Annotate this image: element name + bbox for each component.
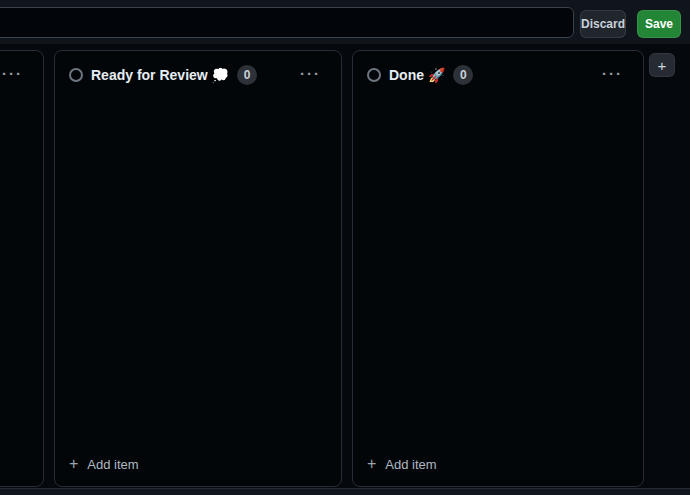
column-title: Done 🚀 [389, 65, 445, 85]
column-body [55, 93, 341, 450]
add-item-button[interactable]: + Add item [359, 450, 637, 478]
project-board: ··· Ready for Review 💭 0 ··· + Add item … [0, 44, 690, 488]
discard-button[interactable]: Discard [580, 10, 626, 38]
column-body [0, 93, 43, 486]
view-name-input[interactable] [0, 7, 574, 38]
add-item-label: Add item [385, 457, 436, 472]
option-circle-icon [367, 68, 381, 82]
plus-icon: + [367, 456, 376, 472]
add-item-label: Add item [87, 457, 138, 472]
column-menu-button[interactable]: ··· [300, 65, 321, 85]
column-ready-for-review: Ready for Review 💭 0 ··· + Add item [54, 50, 342, 487]
unsaved-changes-bar: Discard Save [0, 0, 690, 44]
column-header: Ready for Review 💭 0 ··· [55, 51, 341, 93]
option-circle-icon [69, 68, 83, 82]
column-title: Ready for Review 💭 [91, 65, 229, 85]
column-menu-button[interactable]: ··· [602, 65, 623, 85]
column-header: Done 🚀 0 ··· [353, 51, 643, 93]
column-partial-left: ··· [0, 50, 44, 487]
add-item-button[interactable]: + Add item [61, 450, 335, 478]
column-body [353, 93, 643, 450]
plus-icon: + [69, 456, 78, 472]
plus-icon: + [658, 58, 667, 73]
column-header: ··· [0, 51, 43, 93]
column-menu-button[interactable]: ··· [2, 65, 23, 85]
save-button[interactable]: Save [637, 10, 681, 38]
column-count-badge: 0 [453, 65, 473, 85]
add-column-button[interactable]: + [649, 53, 675, 77]
column-done: Done 🚀 0 ··· + Add item [352, 50, 644, 487]
horizontal-scrollbar-track[interactable] [0, 488, 690, 495]
column-count-badge: 0 [237, 65, 257, 85]
